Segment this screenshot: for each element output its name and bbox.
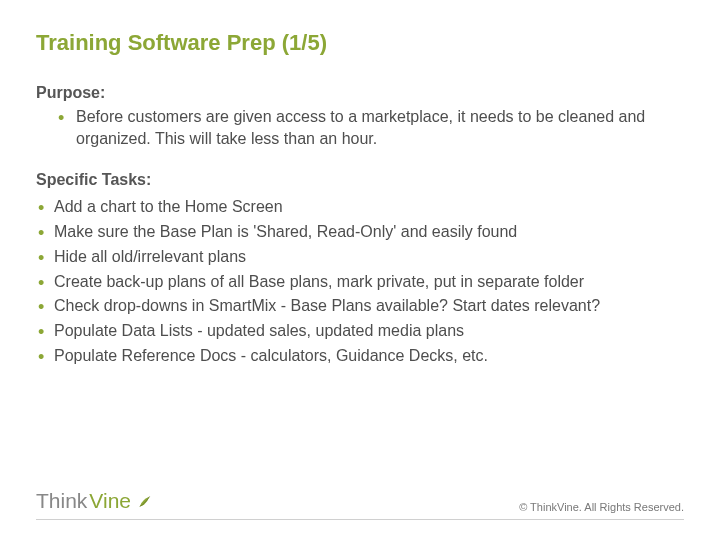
task-item: Add a chart to the Home Screen [36,195,684,220]
task-item: Make sure the Base Plan is 'Shared, Read… [36,220,684,245]
task-item: Populate Reference Docs - calculators, G… [36,344,684,369]
task-item: Hide all old/irrelevant plans [36,245,684,270]
task-list: Add a chart to the Home Screen Make sure… [36,195,684,369]
task-item: Create back-up plans of all Base plans, … [36,270,684,295]
tasks-label: Specific Tasks: [36,171,684,189]
footer: ThinkVine © ThinkVine. All Rights Reserv… [36,489,684,520]
purpose-text: Before customers are given access to a m… [36,106,684,149]
task-item: Populate Data Lists - updated sales, upd… [36,319,684,344]
leaf-icon [137,492,155,510]
logo-text-vine: Vine [89,489,131,513]
purpose-label: Purpose: [36,84,684,102]
slide-container: Training Software Prep (1/5) Purpose: Be… [0,0,720,540]
logo-text-think: Think [36,489,87,513]
logo: ThinkVine [36,489,155,513]
task-item: Check drop-downs in SmartMix - Base Plan… [36,294,684,319]
slide-title: Training Software Prep (1/5) [36,30,684,56]
copyright-text: © ThinkVine. All Rights Reserved. [519,501,684,513]
